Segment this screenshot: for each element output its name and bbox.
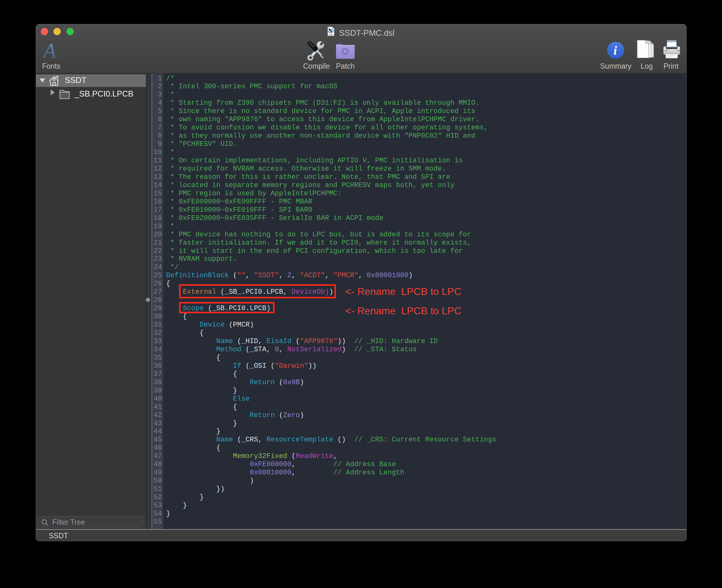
svg-text:A: A <box>43 42 56 59</box>
svg-text:DSL: DSL <box>330 34 333 36</box>
svg-text:i: i <box>614 43 617 58</box>
